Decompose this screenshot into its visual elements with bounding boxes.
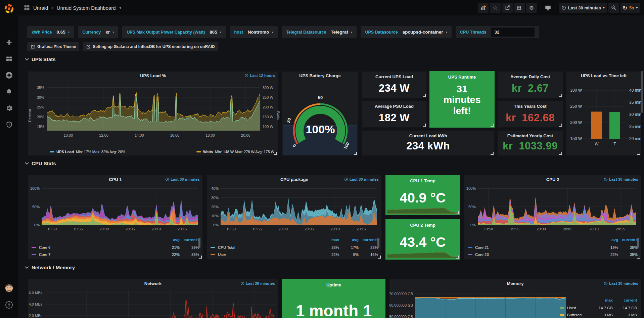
variable-kwh-price[interactable]: kWh Price0.65▾ — [27, 26, 74, 38]
svg-text:20:10: 20:10 — [330, 227, 340, 231]
legend-scrollbar[interactable] — [377, 238, 379, 248]
svg-text:50%: 50% — [32, 205, 40, 209]
share-dashboard-button[interactable] — [502, 3, 513, 13]
svg-text:250 W: 250 W — [263, 95, 273, 99]
panel-time-range[interactable]: Last 30 minutes — [240, 281, 275, 285]
top-navbar: Unraid > Unraid System Dashboard ▾ ☆ ⚙ L… — [18, 0, 644, 15]
svg-text:14:00: 14:00 — [135, 133, 144, 137]
svg-text:19:50: 19:50 — [47, 227, 57, 231]
link-ups-monitoring-guide[interactable]: Setting up Grafana and InfluxDB for UPS … — [83, 42, 218, 51]
svg-text:40 min: 40 min — [629, 88, 641, 93]
server-admin-shield-icon[interactable] — [0, 118, 18, 131]
legend-scrollbar[interactable] — [198, 238, 200, 248]
svg-text:0%: 0% — [213, 223, 219, 227]
legend-row: Core 2322%35% — [468, 251, 638, 258]
panel-cpu1: CPU 1 Last 30 minutes 100%50%0%19:5019:5… — [28, 175, 203, 260]
variable-host[interactable]: hostNostromo▾ — [230, 26, 278, 38]
panel-title[interactable]: UPS Battery Charge — [282, 72, 358, 80]
cycle-view-mode-button[interactable] — [542, 3, 554, 13]
ups-load-chart[interactable]: 35%300 W30%250 W25%200 W20%150 W15%100 W… — [28, 80, 278, 141]
section-cpu-stats[interactable]: CPU Stats — [25, 161, 56, 166]
create-icon[interactable] — [0, 36, 18, 49]
template-variables-row: kWh Price0.65▾ Currencykr▾ UPS Max Outpu… — [27, 26, 539, 38]
svg-text:15%: 15% — [37, 125, 44, 129]
battery-gauge[interactable]: 02050100 100% — [282, 80, 358, 155]
cpu-package-chart[interactable]: 40%30%20%10%0%19:5019:5520:0020:0520:102… — [207, 184, 381, 233]
link-grafana-plex-theme[interactable]: Grafana Plex Theme — [27, 42, 79, 51]
clock-icon — [244, 74, 248, 78]
legend-row: Core 2119%35% — [468, 244, 638, 251]
series-color-swatch — [468, 247, 472, 248]
variable-ups-datasource[interactable]: UPS Datasourceapcupsd-container▾ — [361, 26, 452, 38]
variable-cpu-threads: CPU Threads32 — [456, 26, 539, 38]
svg-text:200 W: 200 W — [570, 120, 582, 125]
panel-title[interactable]: UPS Load % — [28, 72, 278, 80]
stat-value: 40.9 °C — [386, 190, 460, 206]
time-range-picker[interactable]: Last 30 minutes▾ — [559, 3, 607, 13]
svg-text:19:55: 19:55 — [252, 227, 262, 231]
legend-scrollbar[interactable] — [637, 238, 639, 248]
refresh-icon: ↻ — [623, 5, 627, 11]
variable-currency[interactable]: Currencykr▾ — [78, 26, 118, 38]
stat-value: 234 kWh — [362, 140, 494, 152]
svg-text:19:50: 19:50 — [484, 227, 493, 231]
panel-memory: Memory Last 30 minutes 70.000000 GB60.00… — [389, 279, 641, 318]
zoom-out-button[interactable] — [608, 3, 619, 13]
clock-icon — [604, 281, 608, 285]
stat-value: kr1033.99 — [498, 140, 563, 152]
variable-telegraf-datasource[interactable]: Telegraf DatasourceTelegraf▾ — [282, 26, 357, 38]
svg-text:4.0 MBs: 4.0 MBs — [29, 302, 43, 306]
section-ups-stats[interactable]: UPS Stats — [25, 56, 56, 62]
load-vs-time-bar-chart[interactable]: 300 W250 W200 W150 W40 min35 min30 min25… — [566, 80, 641, 155]
series-color-swatch — [211, 254, 215, 255]
svg-text:6.0 MBs: 6.0 MBs — [29, 291, 43, 295]
panel-cpu1-temp: CPU 1 Temp 40.9 °C — [385, 175, 460, 215]
svg-text:20:00: 20:00 — [99, 227, 109, 231]
panel-time-range[interactable]: Last 30 minutes — [604, 281, 638, 285]
cpu-threads-input[interactable]: 32 — [491, 28, 535, 37]
panel-time-range[interactable]: Last 30 minutes — [344, 177, 379, 181]
grafana-logo-icon[interactable] — [0, 2, 18, 15]
cpu2-chart[interactable]: 100%50%0%19:5019:5520:0020:0520:1020:15 — [464, 184, 641, 233]
panel-time-range[interactable]: Last 30 minutes — [165, 177, 200, 181]
cpu1-chart[interactable]: 100%50%0%19:5019:5520:0020:0520:1020:15 — [28, 184, 202, 233]
help-icon[interactable]: ? — [0, 298, 18, 312]
explore-icon[interactable] — [0, 69, 18, 82]
stat-value: kr2.67 — [498, 82, 563, 94]
svg-text:25 min: 25 min — [629, 124, 641, 129]
alerting-bell-icon[interactable] — [0, 85, 18, 98]
series-color-swatch — [468, 254, 472, 255]
panel-time-range[interactable]: Last 30 minutes — [604, 177, 638, 181]
panel-time-range[interactable]: Last 12 hours — [244, 74, 275, 78]
add-panel-button[interactable] — [478, 3, 489, 13]
breadcrumb-caret-icon[interactable]: ▾ — [120, 6, 121, 10]
svg-text:20:05: 20:05 — [305, 227, 314, 231]
breadcrumb-root[interactable]: Unraid — [33, 5, 48, 11]
stat-value: 43.4 °C — [386, 234, 460, 250]
svg-text:20:10: 20:10 — [151, 227, 161, 231]
breadcrumb-separator: > — [51, 5, 54, 10]
svg-text:19:55: 19:55 — [74, 227, 83, 231]
panel-current-ups-load: Current UPS Load 234 W — [362, 71, 427, 98]
configuration-gear-icon[interactable] — [0, 101, 18, 115]
breadcrumb-current[interactable]: Unraid System Dashboard — [57, 5, 116, 11]
favorite-star-button[interactable]: ☆ — [490, 3, 501, 13]
network-chart[interactable]: 6.0 MBs4.0 MBs2.0 MBs — [28, 288, 278, 318]
refresh-button[interactable]: ↻ 5s ▾ — [620, 3, 640, 13]
variable-ups-max-output[interactable]: UPS Max Output Power Capacity (Watt)865▾ — [122, 26, 226, 38]
svg-text:300 W: 300 W — [570, 88, 582, 93]
temp-sparkline — [386, 248, 459, 259]
save-dashboard-button[interactable] — [514, 3, 525, 13]
svg-text:20:15: 20:15 — [616, 227, 625, 231]
section-network-memory[interactable]: Network / Memory — [25, 265, 75, 270]
page-scrollbar[interactable] — [641, 15, 643, 318]
svg-text:T: T — [613, 142, 616, 146]
user-avatar[interactable] — [0, 281, 18, 295]
chart-legend: avgcurrent▾ Core 621%39% Core 722%33% — [32, 238, 199, 258]
svg-text:10%: 10% — [211, 214, 219, 218]
dashboards-icon[interactable] — [0, 52, 18, 65]
clock-icon — [561, 5, 566, 10]
legend-row: Core 621%39% — [32, 244, 199, 251]
scrollbar-thumb[interactable] — [641, 71, 643, 113]
dashboard-settings-button[interactable]: ⚙ — [526, 3, 537, 13]
